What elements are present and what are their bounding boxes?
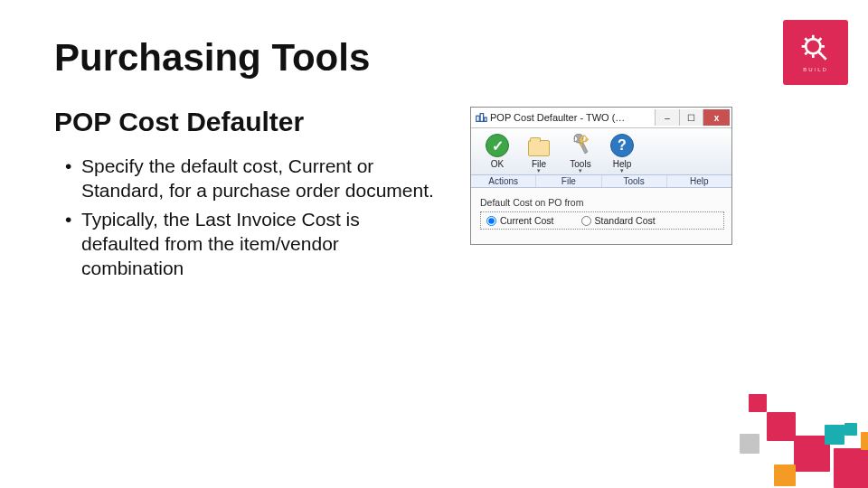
file-menu[interactable]: File ▾	[518, 132, 560, 173]
radio-current-cost[interactable]: Current Cost	[486, 215, 554, 226]
bullet-list: Specify the default cost, Current or Sta…	[54, 154, 434, 280]
minimize-button[interactable]: –	[656, 109, 679, 126]
brand-logo: BUILD	[783, 20, 848, 85]
subtitle: POP Cost Defaulter	[54, 107, 434, 137]
form-body: Default Cost on PO from Current Cost Sta…	[471, 188, 731, 244]
radio-input[interactable]	[581, 216, 591, 226]
title-bar: POP Cost Defaulter - TWO (… – ☐ x	[471, 108, 731, 128]
close-button[interactable]: x	[703, 109, 730, 126]
radio-group: Current Cost Standard Cost	[480, 211, 724, 230]
list-item: Specify the default cost, Current or Sta…	[69, 154, 434, 203]
svg-rect-2	[480, 114, 484, 122]
radio-standard-cost[interactable]: Standard Cost	[581, 215, 656, 226]
check-icon: ✓	[486, 134, 509, 157]
window-title: POP Cost Defaulter - TWO (…	[490, 112, 652, 123]
chevron-down-icon: ▾	[579, 169, 582, 173]
tools-menu[interactable]: Tools ▾	[560, 132, 601, 173]
window-controls: – ☐ x	[655, 109, 730, 126]
svg-rect-1	[476, 116, 480, 121]
gear-search-icon	[799, 33, 832, 65]
wrench-icon	[569, 134, 592, 157]
page-title: Purchasing Tools	[54, 36, 814, 80]
radio-input[interactable]	[486, 216, 496, 226]
svg-point-0	[806, 39, 820, 53]
app-icon	[475, 111, 487, 124]
folder-icon	[528, 140, 550, 156]
chevron-down-icon: ▾	[537, 169, 541, 173]
help-menu[interactable]: ? Help ▾	[601, 132, 643, 173]
group-label: Default Cost on PO from	[480, 197, 724, 208]
toolbar: ✓ OK File ▾ Tools ▾	[471, 128, 731, 175]
brand-text: BUILD	[803, 67, 828, 72]
list-item: Typically, the Last Invoice Cost is defa…	[69, 207, 434, 281]
decorative-squares	[658, 372, 866, 488]
app-window: POP Cost Defaulter - TWO (… – ☐ x ✓ OK F…	[470, 107, 732, 245]
group-actions: Actions	[471, 175, 536, 187]
group-file: File	[536, 175, 601, 187]
maximize-button[interactable]: ☐	[679, 109, 703, 126]
svg-rect-3	[485, 117, 487, 121]
ok-button[interactable]: ✓ OK	[476, 132, 518, 173]
ribbon-group-labels: Actions File Tools Help	[471, 175, 731, 188]
chevron-down-icon: ▾	[620, 169, 624, 173]
help-icon: ?	[610, 134, 634, 157]
group-tools: Tools	[602, 175, 667, 187]
group-help: Help	[667, 175, 731, 187]
